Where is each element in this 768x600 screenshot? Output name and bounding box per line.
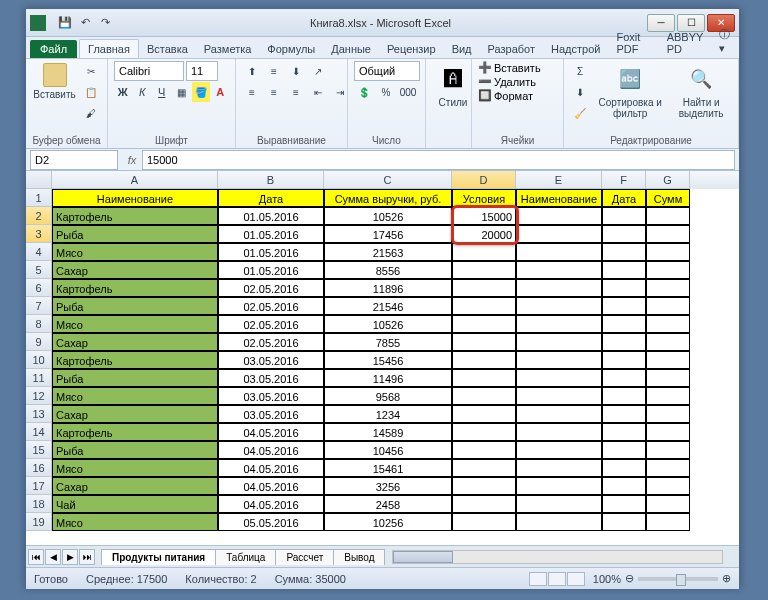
cell[interactable] (602, 243, 646, 261)
tab-home[interactable]: Главная (79, 39, 139, 58)
cell[interactable]: Дата (602, 189, 646, 207)
align-left-icon[interactable]: ≡ (242, 82, 262, 102)
cell[interactable]: Сумма выручки, руб. (324, 189, 452, 207)
cell[interactable] (602, 225, 646, 243)
cell[interactable]: Сахар (52, 333, 218, 351)
orientation-icon[interactable]: ↗ (308, 61, 328, 81)
redo-icon[interactable]: ↷ (96, 14, 114, 32)
cell[interactable] (452, 369, 516, 387)
cell[interactable] (516, 243, 602, 261)
cell[interactable]: 01.05.2016 (218, 225, 324, 243)
name-box[interactable]: D2 (30, 150, 118, 170)
zoom-control[interactable]: 100% ⊖ ⊕ (593, 572, 731, 585)
cell[interactable]: Картофель (52, 279, 218, 297)
cell[interactable]: 1234 (324, 405, 452, 423)
select-all-corner[interactable] (26, 171, 52, 189)
underline-button[interactable]: Ч (153, 82, 171, 102)
cell[interactable] (516, 495, 602, 513)
cell[interactable]: 04.05.2016 (218, 441, 324, 459)
cell[interactable]: 01.05.2016 (218, 261, 324, 279)
cell[interactable]: Рыба (52, 297, 218, 315)
cell[interactable] (646, 369, 690, 387)
cell[interactable]: Сумм (646, 189, 690, 207)
cell[interactable]: 05.05.2016 (218, 513, 324, 531)
cell[interactable] (646, 279, 690, 297)
row-header[interactable]: 14 (26, 423, 52, 441)
cell[interactable]: 20000 (452, 225, 516, 243)
cell[interactable] (646, 207, 690, 225)
cell[interactable]: 04.05.2016 (218, 423, 324, 441)
font-name[interactable]: Calibri (114, 61, 184, 81)
col-header-b[interactable]: B (218, 171, 324, 189)
cell[interactable]: Мясо (52, 387, 218, 405)
cell[interactable]: Наименование (516, 189, 602, 207)
formula-input[interactable]: 15000 (142, 150, 735, 170)
row-header[interactable]: 1 (26, 189, 52, 207)
cell[interactable]: 02.05.2016 (218, 297, 324, 315)
cut-icon[interactable]: ✂ (81, 61, 101, 81)
cell[interactable]: 03.05.2016 (218, 369, 324, 387)
cell[interactable] (452, 513, 516, 531)
tab-review[interactable]: Рецензир (379, 40, 444, 58)
cell[interactable]: 15000 (452, 207, 516, 225)
cell[interactable]: 04.05.2016 (218, 459, 324, 477)
row-header[interactable]: 15 (26, 441, 52, 459)
col-header-c[interactable]: C (324, 171, 452, 189)
cell[interactable] (452, 261, 516, 279)
find-select-button[interactable]: 🔍Найти и выделить (670, 61, 732, 121)
cell[interactable]: 10256 (324, 513, 452, 531)
cell[interactable] (452, 405, 516, 423)
font-color-button[interactable]: A (212, 82, 230, 102)
row-header[interactable]: 11 (26, 369, 52, 387)
cell[interactable] (452, 459, 516, 477)
cell[interactable] (516, 513, 602, 531)
row-header[interactable]: 9 (26, 333, 52, 351)
cell[interactable] (516, 225, 602, 243)
cell[interactable] (516, 441, 602, 459)
cell[interactable]: Условия (452, 189, 516, 207)
sort-filter-button[interactable]: 🔤Сортировка и фильтр (594, 61, 666, 121)
sheet-tab[interactable]: Рассчет (275, 549, 334, 565)
row-header[interactable]: 10 (26, 351, 52, 369)
cell[interactable] (602, 261, 646, 279)
indent-inc-icon[interactable]: ⇥ (330, 82, 350, 102)
autosum-icon[interactable]: Σ (570, 61, 590, 81)
cell[interactable] (602, 297, 646, 315)
cell[interactable] (516, 315, 602, 333)
cell[interactable]: Сахар (52, 261, 218, 279)
indent-dec-icon[interactable]: ⇤ (308, 82, 328, 102)
row-header[interactable]: 3 (26, 225, 52, 243)
cell[interactable] (452, 441, 516, 459)
sheet-nav-first-icon[interactable]: ⏮ (28, 549, 44, 565)
styles-button[interactable]: 🅰Стили (432, 61, 474, 110)
cell[interactable] (516, 405, 602, 423)
sheet-tab[interactable]: Таблица (215, 549, 276, 565)
tab-foxit[interactable]: Foxit PDF (608, 28, 658, 58)
cell[interactable] (452, 495, 516, 513)
cell[interactable]: Мясо (52, 243, 218, 261)
cell[interactable]: 04.05.2016 (218, 495, 324, 513)
cell[interactable]: 03.05.2016 (218, 405, 324, 423)
border-button[interactable]: ▦ (173, 82, 191, 102)
cell[interactable] (602, 369, 646, 387)
cell[interactable] (646, 477, 690, 495)
cell[interactable]: 15456 (324, 351, 452, 369)
cell[interactable]: 2458 (324, 495, 452, 513)
cell[interactable] (516, 387, 602, 405)
view-normal-icon[interactable] (529, 572, 547, 586)
cell[interactable] (646, 333, 690, 351)
cell[interactable] (452, 333, 516, 351)
cell[interactable] (602, 279, 646, 297)
row-header[interactable]: 8 (26, 315, 52, 333)
cell[interactable] (646, 387, 690, 405)
cell[interactable] (602, 351, 646, 369)
cell[interactable] (602, 423, 646, 441)
cell[interactable]: Рыба (52, 225, 218, 243)
spreadsheet-grid[interactable]: A B C D E F G 1 Наименование Дата Сумма … (26, 171, 739, 545)
cell[interactable] (602, 513, 646, 531)
cell[interactable] (516, 297, 602, 315)
row-header[interactable]: 6 (26, 279, 52, 297)
tab-data[interactable]: Данные (323, 40, 379, 58)
undo-icon[interactable]: ↶ (76, 14, 94, 32)
cell[interactable]: Наименование (52, 189, 218, 207)
